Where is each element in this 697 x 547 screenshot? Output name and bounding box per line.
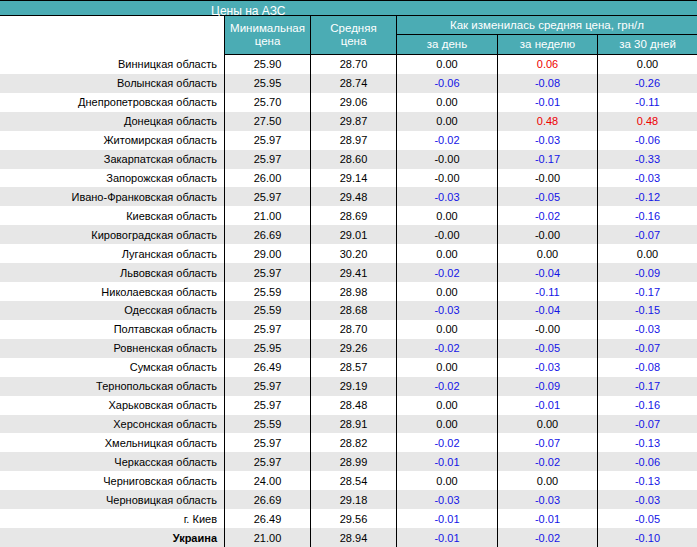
week-change-cell: -0.11	[497, 282, 597, 301]
avg-price-cell: 28.70	[310, 55, 396, 74]
day-change-cell: 0.00	[396, 471, 497, 490]
week-change-cell: -0.04	[497, 263, 597, 282]
region-cell: Тернопольская область	[0, 377, 224, 396]
min-price-cell: 25.95	[224, 339, 310, 358]
month-change-cell: -0.06	[597, 131, 697, 150]
avg-price-cell: 28.54	[310, 471, 396, 490]
day-change-cell: 0.00	[396, 55, 497, 74]
min-price-cell: 25.59	[224, 282, 310, 301]
avg-price-cell: 29.87	[310, 112, 396, 131]
avg-price-cell: 29.48	[310, 187, 396, 206]
avg-price-cell: 28.70	[310, 320, 396, 339]
min-price-cell: 25.95	[224, 74, 310, 93]
min-price-cell: 25.97	[224, 263, 310, 282]
day-change-cell: 0.00	[396, 112, 497, 131]
region-cell: Харьковская область	[0, 396, 224, 415]
min-price-cell: 25.70	[224, 93, 310, 112]
avg-price-cell: 28.60	[310, 150, 396, 169]
month-change-cell: 0.00	[597, 244, 697, 263]
region-cell: Черниговская область	[0, 471, 224, 490]
column-header-avg-price: Средняя цена	[310, 16, 396, 55]
week-change-cell: 0.00	[497, 415, 597, 434]
avg-price-cell: 28.74	[310, 74, 396, 93]
month-change-cell: 0.00	[597, 55, 697, 74]
min-price-cell: 25.59	[224, 415, 310, 434]
region-cell: Николаевская область	[0, 282, 224, 301]
day-change-cell: 0.00	[396, 244, 497, 263]
region-cell: Луганская область	[0, 244, 224, 263]
title-bar: Цены на АЗС	[0, 0, 697, 16]
table-row: Днепропетровская область25.7029.060.00-0…	[0, 93, 697, 112]
day-change-cell: -0.00	[396, 169, 497, 188]
week-change-cell: -0.02	[497, 452, 597, 471]
min-price-cell: 24.00	[224, 471, 310, 490]
region-cell: Донецкая область	[0, 112, 224, 131]
week-change-cell: -0.03	[497, 131, 597, 150]
week-change-cell: 0.48	[497, 112, 597, 131]
table-row: Ивано-Франковская область25.9729.48-0.03…	[0, 187, 697, 206]
table-row: Донецкая область27.5029.870.000.480.48	[0, 112, 697, 131]
avg-price-cell: 29.41	[310, 263, 396, 282]
column-header-month-change: за 30 дней	[597, 35, 697, 55]
avg-price-cell: 28.99	[310, 452, 396, 471]
table-row: Кировоградская область26.6929.01-0.00-0.…	[0, 225, 697, 244]
avg-price-cell: 28.57	[310, 358, 396, 377]
table-body: Винницкая область25.9028.700.000.060.00В…	[0, 55, 697, 547]
min-price-cell: 26.69	[224, 490, 310, 509]
day-change-cell: 0.00	[396, 396, 497, 415]
table-row: Житомирская область25.9728.97-0.02-0.03-…	[0, 131, 697, 150]
avg-price-cell: 28.68	[310, 301, 396, 320]
region-cell: Кировоградская область	[0, 225, 224, 244]
week-change-cell: -0.00	[497, 169, 597, 188]
region-cell: Черновицкая область	[0, 490, 224, 509]
table-row: Украина21.0028.94-0.01-0.02-0.10	[0, 528, 697, 547]
table-row: Запорожская область26.0029.14-0.00-0.00-…	[0, 169, 697, 188]
month-change-cell: -0.05	[597, 509, 697, 528]
month-change-cell: 0.48	[597, 112, 697, 131]
week-change-cell: -0.02	[497, 528, 597, 547]
day-change-cell: -0.02	[396, 339, 497, 358]
week-change-cell: -0.05	[497, 187, 597, 206]
table-row: Полтавская область25.9728.700.00-0.00-0.…	[0, 320, 697, 339]
region-cell: Украина	[0, 528, 224, 547]
column-header-change-group: Как изменилась средняя цена, грн/л	[396, 16, 697, 35]
avg-price-cell: 30.20	[310, 244, 396, 263]
month-change-cell: -0.06	[597, 452, 697, 471]
min-price-cell: 26.49	[224, 358, 310, 377]
month-change-cell: -0.16	[597, 206, 697, 225]
region-cell: Запорожская область	[0, 169, 224, 188]
table-header: Минимальная цена Средняя цена Как измени…	[0, 16, 697, 55]
day-change-cell: -0.01	[396, 452, 497, 471]
avg-price-cell: 28.91	[310, 415, 396, 434]
table-row: Херсонская область25.5928.910.000.00-0.0…	[0, 415, 697, 434]
table-row: Одесская область25.5928.68-0.03-0.04-0.1…	[0, 301, 697, 320]
region-cell: Днепропетровская область	[0, 93, 224, 112]
region-cell: Волынская область	[0, 74, 224, 93]
min-price-cell: 26.49	[224, 509, 310, 528]
day-change-cell: -0.06	[396, 74, 497, 93]
month-change-cell: -0.13	[597, 433, 697, 452]
day-change-cell: -0.00	[396, 225, 497, 244]
week-change-cell: -0.03	[497, 358, 597, 377]
region-cell: Львовская область	[0, 263, 224, 282]
week-change-cell: -0.01	[497, 93, 597, 112]
region-cell: Сумская область	[0, 358, 224, 377]
min-price-cell: 21.00	[224, 206, 310, 225]
column-header-min-price: Минимальная цена	[224, 16, 310, 55]
region-cell: Винницкая область	[0, 55, 224, 74]
min-price-cell: 25.97	[224, 131, 310, 150]
min-price-cell: 25.90	[224, 55, 310, 74]
month-change-cell: -0.13	[597, 471, 697, 490]
day-change-cell: -0.02	[396, 377, 497, 396]
month-change-cell: -0.12	[597, 187, 697, 206]
month-change-cell: -0.10	[597, 528, 697, 547]
region-cell: Херсонская область	[0, 415, 224, 434]
avg-price-cell: 28.69	[310, 206, 396, 225]
month-change-cell: -0.07	[597, 415, 697, 434]
min-price-cell: 29.00	[224, 244, 310, 263]
day-change-cell: -0.01	[396, 528, 497, 547]
column-header-week-change: за неделю	[497, 35, 597, 55]
day-change-cell: 0.00	[396, 320, 497, 339]
week-change-cell: 0.00	[497, 244, 597, 263]
region-cell: Ивано-Франковская область	[0, 187, 224, 206]
